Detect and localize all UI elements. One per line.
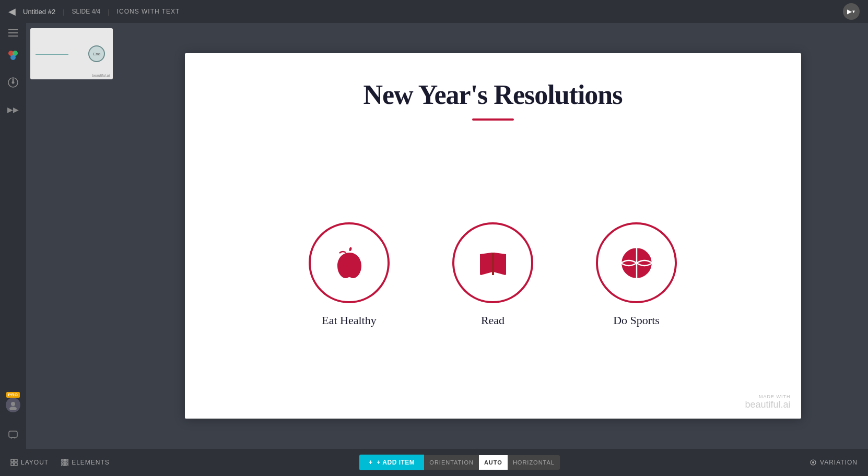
auto-option[interactable]: AUTO	[479, 455, 508, 470]
horizontal-option[interactable]: HORIZONTAL	[508, 455, 560, 470]
play-icon: ▶	[847, 8, 852, 15]
eat-healthy-circle	[309, 222, 390, 303]
bottom-center: + + ADD ITEM ORIENTATION AUTO HORIZONTAL	[359, 455, 560, 470]
svg-point-6	[9, 407, 17, 410]
svg-rect-20	[64, 462, 66, 463]
slide-thumbnail[interactable]: End beautiful.ai	[30, 28, 113, 79]
title-underline	[472, 118, 514, 121]
svg-point-2	[10, 55, 16, 60]
pro-badge: PRO	[6, 392, 20, 398]
slide-thumb-inner: End beautiful.ai	[30, 28, 113, 79]
slide-thumb-line	[36, 54, 68, 55]
svg-point-26	[812, 461, 814, 463]
svg-rect-15	[15, 463, 17, 466]
watermark-brand: beautiful.ai	[745, 399, 790, 410]
icons-row: Eat Healthy Read	[309, 152, 677, 398]
slide-type: ICONS WITH TEXT	[117, 8, 180, 15]
play-button[interactable]: ▶ ▼	[843, 3, 860, 20]
palette-icon[interactable]	[5, 74, 21, 91]
end-label: End	[93, 52, 100, 56]
fast-forward-icon[interactable]: ▶▶	[5, 101, 21, 118]
divider-1: |	[63, 8, 64, 16]
svg-rect-24	[67, 465, 68, 466]
menu-line	[8, 29, 18, 30]
slide-thumb-end: End	[88, 45, 105, 62]
svg-rect-23	[64, 465, 66, 466]
top-bar-right: ▶ ▼	[843, 3, 860, 20]
back-button[interactable]: ◀	[8, 6, 16, 17]
document-title[interactable]: Untitled #2	[23, 8, 55, 16]
svg-rect-19	[62, 462, 63, 463]
elements-button[interactable]: ELEMENTS	[61, 459, 110, 466]
plus-icon: +	[369, 459, 373, 466]
end-circle: End	[88, 45, 105, 62]
do-sports-circle	[596, 222, 677, 303]
chat-icon[interactable]	[6, 428, 20, 443]
svg-rect-8	[492, 253, 494, 275]
watermark: MADE WITH beautiful.ai	[745, 394, 790, 410]
watermark-made: MADE WITH	[745, 394, 790, 399]
slide-info: SLIDE 4/4	[72, 8, 101, 15]
svg-rect-21	[67, 462, 68, 463]
menu-icon[interactable]	[8, 29, 18, 37]
svg-rect-14	[11, 463, 14, 466]
left-sidebar: ▶▶ PRO	[0, 23, 26, 449]
icon-item-read[interactable]: Read	[452, 222, 533, 327]
do-sports-label: Do Sports	[613, 314, 660, 327]
read-circle	[452, 222, 533, 303]
svg-rect-12	[11, 459, 14, 462]
svg-point-4	[12, 81, 15, 84]
menu-line	[8, 35, 18, 37]
canvas-area: New Year's Resolutions Eat Healthy	[118, 23, 868, 449]
slide-title: New Year's Resolutions	[363, 79, 622, 110]
icon-item-eat-healthy[interactable]: Eat Healthy	[309, 222, 390, 327]
pro-section: PRO	[6, 392, 20, 412]
divider-2: |	[108, 8, 109, 16]
variation-label: VARIATION	[820, 459, 858, 466]
elements-label: ELEMENTS	[72, 459, 110, 466]
svg-rect-7	[9, 431, 17, 437]
svg-rect-22	[62, 465, 63, 466]
top-bar-left: ◀ Untitled #2 | SLIDE 4/4 | ICONS WITH T…	[8, 6, 180, 17]
dropdown-icon: ▼	[852, 9, 856, 14]
svg-rect-18	[67, 459, 68, 461]
variation-button[interactable]: VARIATION	[810, 459, 858, 466]
layout-label: LAYOUT	[21, 459, 49, 466]
orientation-label: ORIENTATION	[424, 455, 479, 470]
bottom-left: LAYOUT ELEMENTS	[10, 459, 110, 466]
svg-point-5	[11, 402, 15, 406]
eat-healthy-label: Eat Healthy	[322, 314, 376, 327]
bottom-bar: LAYOUT ELEMENTS + + ADD ITEM ORIENTATION	[0, 449, 868, 476]
colors-icon[interactable]	[5, 47, 21, 64]
orientation-group: ORIENTATION AUTO HORIZONTAL	[424, 455, 560, 470]
slides-panel: End beautiful.ai	[26, 23, 118, 449]
add-item-label: + ADD ITEM	[377, 459, 415, 466]
user-avatar[interactable]	[6, 398, 20, 412]
slide-canvas[interactable]: New Year's Resolutions Eat Healthy	[185, 53, 801, 419]
icon-item-do-sports[interactable]: Do Sports	[596, 222, 677, 327]
add-item-button[interactable]: + + ADD ITEM	[359, 455, 424, 470]
read-label: Read	[481, 314, 505, 327]
watermark-thumb: beautiful.ai	[92, 74, 110, 77]
layout-button[interactable]: LAYOUT	[10, 459, 49, 466]
top-bar: ◀ Untitled #2 | SLIDE 4/4 | ICONS WITH T…	[0, 0, 868, 23]
svg-rect-17	[64, 459, 66, 461]
svg-rect-16	[62, 459, 63, 461]
svg-rect-13	[15, 459, 17, 462]
menu-line	[8, 32, 18, 33]
main-layout: ▶▶ PRO End	[0, 23, 868, 449]
